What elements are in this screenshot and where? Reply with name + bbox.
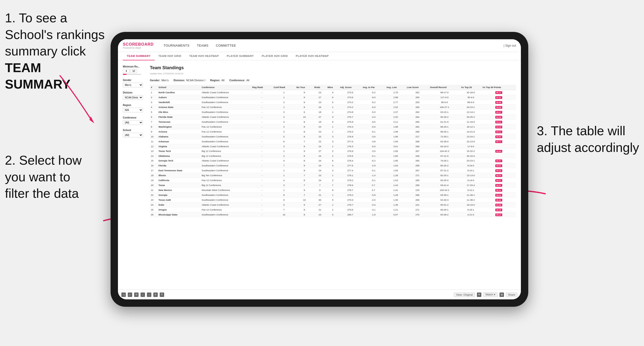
cell-no-tour: 6 [295,110,313,115]
cell-vs-top25: 9-14-0 [460,178,481,183]
toolbar-back-icon[interactable]: ◁ [122,293,126,297]
filter-school-label: School [123,129,145,132]
watch-button[interactable]: Watch ▾ [483,292,498,297]
cell-rank: 8 [150,124,158,129]
col-reg-rank: Reg Rank [251,85,273,90]
filter-gender-label: Gender [123,79,145,81]
cell-adj-score: 273.5 [339,90,362,95]
cell-school: Illinois [158,173,201,178]
tab-team-h2h-grid[interactable]: TEAM H2H GRID [154,52,185,60]
cell-school: Oregon [158,207,201,212]
cell-vs-top25: 9-12-1 [460,188,481,193]
cell-vs-top25: 11-28-1 [460,193,481,197]
cell-vs-top25: 43-23-1 [460,105,481,110]
cell-vs-top25: 42-18-0 [460,90,481,95]
cell-vs-top50-pts: 88.13 [482,212,516,217]
toolbar-home-icon[interactable]: ⌂ [140,293,145,297]
filter-region-select[interactable]: N/A All [123,108,143,112]
cell-rank: 4 [150,105,158,110]
nav-tournaments[interactable]: TOURNAMENTS [164,44,190,47]
main-nav: TOURNAMENTS TEAMS COMMITTEE [164,44,504,47]
cell-adj-score: 276.3 [339,124,362,129]
cell-no-tour: 8 [295,129,313,134]
col-conference: Conference [201,85,251,90]
cell-vs-top25: 89-6-0 [460,100,481,105]
share-button[interactable]: Share [506,293,518,297]
cell-adj-score: 274.2 [339,100,362,105]
cell-no-tour: 9 [295,202,313,207]
nav-teams[interactable]: TEAMS [197,44,208,47]
toolbar-refresh-icon[interactable]: ↺ [134,293,138,297]
bottom-toolbar: ◁ ▷ ↺ ⌂ ☆ ⎘ ⏱ View: Original 👁 Watch ▾ ⊞… [118,290,521,299]
cell-rank: 5 [150,110,158,115]
cell-school: New Mexico [158,188,201,193]
cell-conf-rank: 4 [272,158,295,163]
cell-school: Georgia [158,193,201,197]
tab-player-h2h-grid[interactable]: PLAYER H2H GRID [258,52,292,60]
instruction-2: 2. Select how you want to filter the dat… [5,152,82,202]
view-original-button[interactable]: View: Original [454,293,475,297]
logo-powered: Powered by clippd [123,47,154,49]
filter-min-input-2[interactable] [130,69,137,73]
filter-min-input-1[interactable] [123,69,130,73]
tab-team-summary[interactable]: TEAM SUMMARY [123,52,154,60]
cell-vs-top50-pts: 88.42 [482,197,516,202]
filter-division-select[interactable]: NCAA Division I NCAA Division II NCAA Di… [123,95,143,100]
instruction-3: 3. The table will adjust accordingly [537,123,639,156]
cell-low-score: 217 [406,134,429,139]
cell-rank: 24 [150,202,158,207]
cell-adj-score: 279.2 [339,193,362,197]
filter-conference: Conference (All) [123,116,145,125]
cell-rnds: 24 [313,163,326,168]
tab-player-summary[interactable]: PLAYER SUMMARY [223,52,258,60]
cell-rnds: 9 [313,188,326,193]
cell-conference: Southeastern Conference [201,193,251,197]
table-row: 2 Auburn Southeastern Conference - 1 9 2… [150,95,516,100]
cell-conference: Southeastern Conference [201,139,251,144]
cell-rnds: 24 [313,144,326,149]
cell-vs-top25: 15-32-2 [460,149,481,154]
filter-region-display: Region: All [210,79,224,82]
cell-wins: 1 [326,207,339,212]
cell-wins: 5 [326,197,339,202]
toolbar-bookmark-icon[interactable]: ☆ [147,293,151,297]
cell-low-score: 262 [406,110,429,115]
toolbar-eye-icon[interactable]: 👁 [477,293,481,297]
cell-conference: Big 12 Conference [201,154,251,158]
tab-player-h2h-heatmap[interactable]: PLAYER H2H HEATMAP [292,52,333,60]
cell-overall-record: 66-40-1 [429,207,460,212]
cell-adj-score: 273.6 [339,95,362,100]
cell-adj-score: 280.7 [339,212,362,217]
filter-slider[interactable] [123,74,141,75]
toolbar-copy-icon[interactable]: ⎘ [153,293,158,297]
cell-wins: 4 [326,90,339,95]
cell-no-tour: 9 [295,95,313,100]
cell-vs-top25: 9-24-0 [460,163,481,168]
tab-team-h2h-heatmap[interactable]: TEAM H2H HEATMAP [185,52,223,60]
cell-school: Virginia [158,144,201,149]
toolbar-forward-icon[interactable]: ▷ [128,293,132,297]
cell-rnds: 18 [313,110,326,115]
filter-gender-select[interactable]: Men's Women's [123,83,143,87]
cell-rank: 16 [150,163,158,168]
cell-avg-to-par: -5.1 [362,178,386,183]
cell-reg-rank: - [251,144,273,149]
table-row: 9 Arizona Pac-12 Conference - 2 8 23 1 2… [150,129,516,134]
cell-school: Georgia Tech [158,158,201,163]
filter-conference-select[interactable]: (All) [123,120,143,125]
cell-conf-rank: 7 [272,163,295,168]
filter-school-select[interactable]: (All) [123,133,143,137]
toolbar-grid-icon[interactable]: ⊞ [500,293,504,297]
cell-avg-low: 2.77 [385,100,406,105]
cell-rnds: 27 [313,115,326,120]
cell-avg-to-par: -9.5 [362,120,386,124]
cell-reg-rank: - [251,212,273,217]
cell-vs-top25: 30-15-5 [460,154,481,158]
cell-conference: Southeastern Conference [201,95,251,100]
table-row: 7 Tennessee Southeastern Conference - 4 … [150,120,516,124]
sign-out-button[interactable]: | Sign out [504,44,516,47]
cell-vs-top50-pts: 87.21 [482,95,516,100]
nav-committee[interactable]: COMMITTEE [216,44,236,47]
cell-conference: Southeastern Conference [201,212,251,217]
toolbar-clock-icon[interactable]: ⏱ [160,293,164,297]
